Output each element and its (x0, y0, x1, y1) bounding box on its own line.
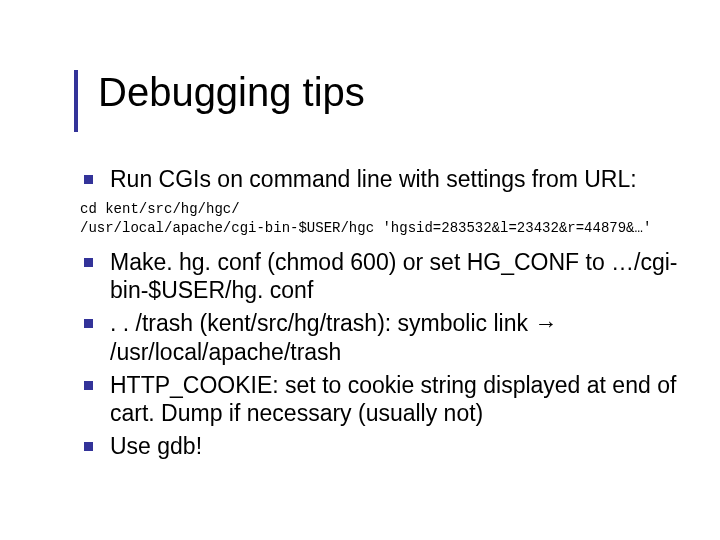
title-accent-bar (74, 70, 78, 132)
list-item: Make. hg. conf (chmod 600) or set HG_CON… (80, 248, 680, 306)
code-line: /usr/local/apache/cgi-bin-$USER/hgc 'hgs… (80, 220, 651, 236)
list-item: . . /trash (kent/src/hg/trash): symbolic… (80, 309, 680, 367)
slide: Debugging tips Run CGIs on command line … (0, 0, 720, 540)
bullet-list-bottom: Make. hg. conf (chmod 600) or set HG_CON… (80, 248, 680, 461)
slide-body: Run CGIs on command line with settings f… (80, 165, 680, 465)
bullet-text: HTTP_COOKIE: set to cookie string displa… (110, 372, 676, 427)
page-title: Debugging tips (98, 70, 365, 114)
list-item: HTTP_COOKIE: set to cookie string displa… (80, 371, 680, 429)
bullet-text: Make. hg. conf (chmod 600) or set HG_CON… (110, 249, 678, 304)
bullet-text: . . /trash (kent/src/hg/trash): symbolic… (110, 310, 557, 365)
code-line: cd kent/src/hg/hgc/ (80, 201, 240, 217)
bullet-text: Use gdb! (110, 433, 202, 459)
code-block: cd kent/src/hg/hgc/ /usr/local/apache/cg… (80, 200, 680, 238)
bullet-text: Run CGIs on command line with settings f… (110, 166, 637, 192)
list-item: Use gdb! (80, 432, 680, 461)
list-item: Run CGIs on command line with settings f… (80, 165, 680, 194)
bullet-list-top: Run CGIs on command line with settings f… (80, 165, 680, 194)
